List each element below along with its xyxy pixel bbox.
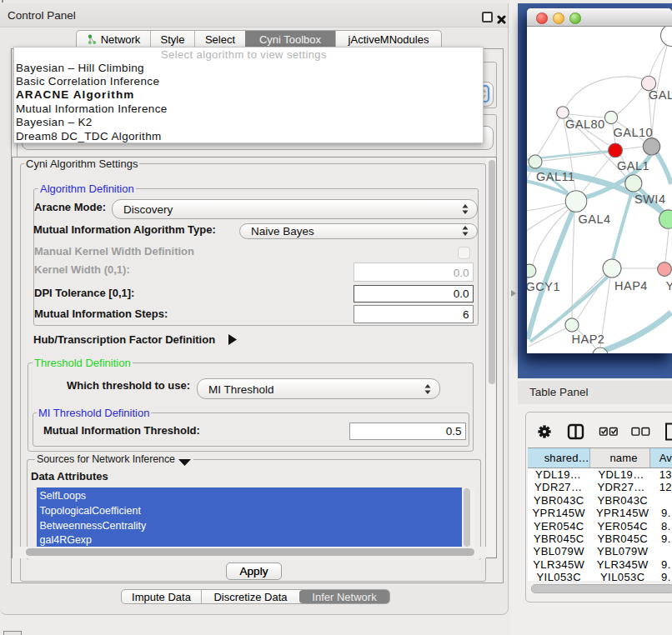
svg-text:HAP4: HAP4 bbox=[614, 279, 648, 292]
svg-text:GAL7: GAL7 bbox=[649, 88, 672, 102]
svg-text:GAL80: GAL80 bbox=[565, 118, 605, 131]
svg-text:SWI4: SWI4 bbox=[634, 192, 665, 206]
svg-text:GCY1: GCY1 bbox=[527, 280, 560, 293]
svg-text:GAL10: GAL10 bbox=[614, 126, 654, 139]
svg-text:Y: Y bbox=[666, 279, 672, 292]
svg-text:GAL4: GAL4 bbox=[579, 212, 611, 226]
svg-text:GAL1: GAL1 bbox=[617, 159, 649, 172]
svg-text:HAP2: HAP2 bbox=[572, 332, 605, 346]
svg-text:GAL11: GAL11 bbox=[536, 170, 575, 183]
